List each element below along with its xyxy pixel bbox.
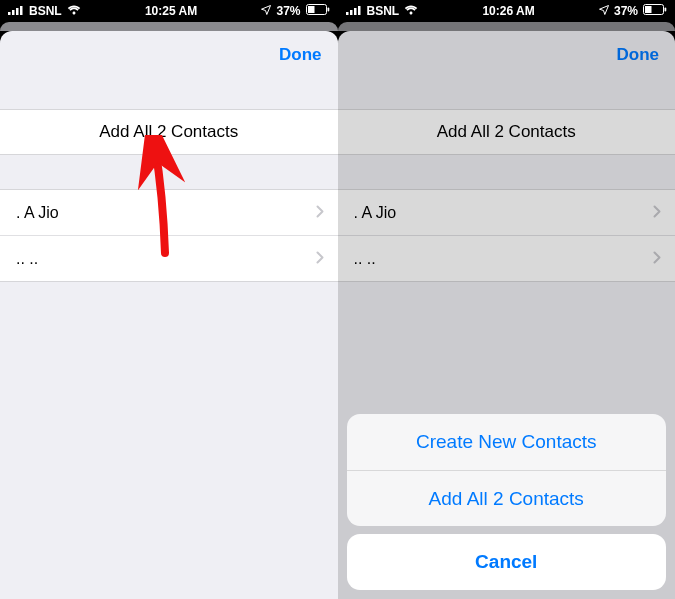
add-all-contacts-button[interactable]: Add All 2 Contacts — [0, 109, 338, 155]
contact-name: . A Jio — [16, 204, 59, 222]
svg-rect-5 — [308, 6, 315, 13]
svg-rect-10 — [358, 6, 361, 15]
battery-icon — [643, 4, 667, 18]
contacts-list: . A Jio .. .. — [0, 189, 338, 282]
status-bar: BSNL 10:26 AM 37% — [338, 0, 676, 22]
chevron-right-icon — [316, 204, 324, 222]
svg-rect-6 — [327, 8, 329, 12]
screenshot-left: BSNL 10:25 AM 37% Done Add All 2 Contact… — [0, 0, 338, 599]
wifi-icon — [404, 4, 418, 18]
clock-label: 10:25 AM — [81, 4, 262, 18]
location-icon — [261, 4, 271, 18]
svg-rect-3 — [20, 6, 23, 15]
svg-rect-0 — [8, 12, 11, 15]
wifi-icon — [67, 4, 81, 18]
carrier-label: BSNL — [29, 4, 62, 18]
battery-icon — [306, 4, 330, 18]
svg-rect-12 — [645, 6, 652, 13]
location-icon — [599, 4, 609, 18]
add-all-contacts-action-button[interactable]: Add All 2 Contacts — [347, 470, 667, 526]
svg-rect-8 — [350, 10, 353, 15]
screenshot-right: BSNL 10:26 AM 37% Done Add All 2 Contact… — [338, 0, 676, 599]
action-sheet: Create New Contacts Add All 2 Contacts C… — [347, 414, 667, 590]
clock-label: 10:26 AM — [418, 4, 599, 18]
svg-rect-9 — [354, 8, 357, 15]
svg-rect-7 — [346, 12, 349, 15]
signal-icon — [346, 4, 362, 18]
battery-percent-label: 37% — [276, 4, 300, 18]
svg-rect-2 — [16, 8, 19, 15]
contact-row[interactable]: . A Jio — [0, 189, 338, 235]
chevron-right-icon — [316, 250, 324, 268]
status-bar: BSNL 10:25 AM 37% — [0, 0, 338, 22]
svg-rect-1 — [12, 10, 15, 15]
contact-row[interactable]: .. .. — [0, 235, 338, 281]
battery-percent-label: 37% — [614, 4, 638, 18]
nav-bar: Done — [0, 31, 338, 79]
create-new-contacts-button[interactable]: Create New Contacts — [347, 414, 667, 470]
signal-icon — [8, 4, 24, 18]
done-button[interactable]: Done — [279, 45, 322, 65]
contact-name: .. .. — [16, 250, 38, 268]
cancel-button[interactable]: Cancel — [347, 534, 667, 590]
carrier-label: BSNL — [367, 4, 400, 18]
svg-rect-13 — [665, 8, 667, 12]
modal-sheet: Done Add All 2 Contacts . A Jio .. .. — [0, 31, 338, 599]
